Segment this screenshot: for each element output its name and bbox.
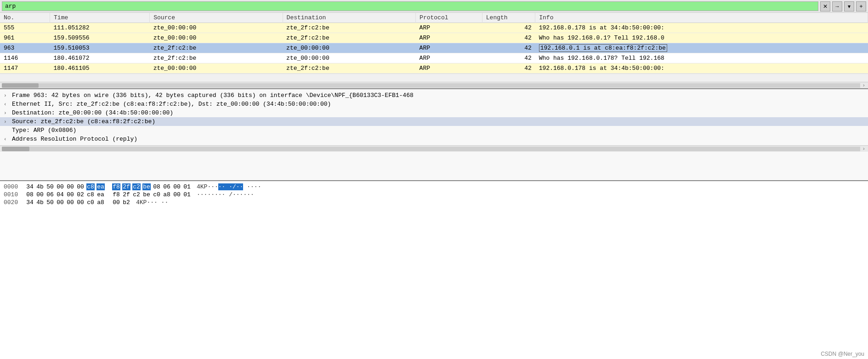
destination-text: Destination: zte_00:00:00 (34:4b:50:00:0… — [12, 109, 173, 116]
detail-frame-line[interactable]: › Frame 963: 42 bytes on wire (336 bits)… — [0, 91, 868, 100]
packet-hscrollbar[interactable]: › — [0, 82, 868, 88]
col-no: No. — [0, 13, 50, 23]
clear-filter-button[interactable]: ✕ — [820, 1, 830, 11]
col-time: Time — [50, 13, 150, 23]
detail-scroll-thumb[interactable] — [2, 147, 29, 151]
wireshark-window: ✕ → ▾ + No. Time Source Destination Prot… — [0, 0, 868, 359]
hex-dump-panel: 0000344b50000000c8eaf82fc2be080600014KP·… — [0, 181, 868, 359]
table-row[interactable]: 961159.509556zte_00:00:00zte_2f:c2:beARP… — [0, 33, 868, 43]
add-filter-button[interactable]: + — [856, 1, 866, 11]
col-protocol: Protocol — [416, 13, 482, 23]
detail-arp-line[interactable]: ‹ Address Resolution Protocol (reply) — [0, 135, 868, 143]
filter-input[interactable] — [2, 1, 818, 11]
filter-bar: ✕ → ▾ + — [0, 0, 868, 13]
dropdown-button[interactable]: ▾ — [844, 1, 854, 11]
type-text: Type: ARP (0x0806) — [12, 127, 76, 134]
col-destination: Destination — [283, 13, 415, 23]
watermark: CSDN @Ner_you — [821, 351, 864, 357]
ethernet-text: Ethernet II, Src: zte_2f:c2:be (c8:ea:f8… — [12, 101, 331, 108]
expand-arrow-dest: › — [4, 110, 10, 116]
hscroll-track[interactable] — [2, 83, 860, 88]
packet-table: No. Time Source Destination Protocol Len… — [0, 13, 868, 74]
packet-detail-panel: › Frame 963: 42 bytes on wire (336 bits)… — [0, 89, 868, 181]
col-info: Info — [535, 13, 868, 23]
hex-lines: 0000344b50000000c8eaf82fc2be080600014KP·… — [0, 183, 868, 206]
detail-source-line[interactable]: › Source: zte_2f:c2:be (c8:ea:f8:2f:c2:b… — [0, 117, 868, 126]
packet-list-panel: No. Time Source Destination Protocol Len… — [0, 13, 868, 89]
expand-arrow-frame: › — [4, 93, 10, 98]
detail-destination-line[interactable]: › Destination: zte_00:00:00 (34:4b:50:00… — [0, 108, 868, 117]
expand-arrow-src: › — [4, 119, 10, 125]
table-row[interactable]: 1147180.461105zte_00:00:00zte_2f:c2:beAR… — [0, 63, 868, 74]
hex-line: 0010080006040002c8eaf82fc2bec0a80001····… — [0, 191, 868, 199]
expand-arrow-ethernet: ‹ — [4, 102, 10, 107]
col-length: Length — [482, 13, 535, 23]
detail-scroll-track[interactable] — [2, 147, 860, 151]
table-header-row: No. Time Source Destination Protocol Len… — [0, 13, 868, 23]
detail-type-line[interactable]: Type: ARP (0x0806) — [0, 126, 868, 135]
detail-hscrollbar[interactable]: › — [0, 145, 868, 152]
source-text: Source: zte_2f:c2:be (c8:ea:f8:2f:c2:be) — [12, 118, 155, 125]
table-row[interactable]: 555111.051282zte_00:00:00zte_2f:c2:beARP… — [0, 23, 868, 33]
hex-line: 0020344b50000000c0a800b24KP··· ·· — [0, 199, 868, 206]
detail-ethernet-line[interactable]: ‹ Ethernet II, Src: zte_2f:c2:be (c8:ea:… — [0, 100, 868, 108]
partial-row — [0, 74, 868, 82]
hex-line: 0000344b50000000c8eaf82fc2be080600014KP·… — [0, 183, 868, 191]
arp-text: Address Resolution Protocol (reply) — [12, 136, 137, 142]
table-row[interactable]: 963159.510053zte_2f:c2:bezte_00:00:00ARP… — [0, 43, 868, 53]
detail-scroll-arrow: › — [862, 146, 868, 152]
col-source: Source — [150, 13, 283, 23]
arrow-button[interactable]: → — [832, 1, 842, 11]
arrow-type — [4, 128, 10, 133]
expand-arrow-arp: ‹ — [4, 137, 10, 142]
frame-text: Frame 963: 42 bytes on wire (336 bits), … — [12, 92, 414, 99]
table-row[interactable]: 1146180.461072zte_2f:c2:bezte_00:00:00AR… — [0, 53, 868, 63]
hscroll-thumb[interactable] — [2, 83, 39, 88]
